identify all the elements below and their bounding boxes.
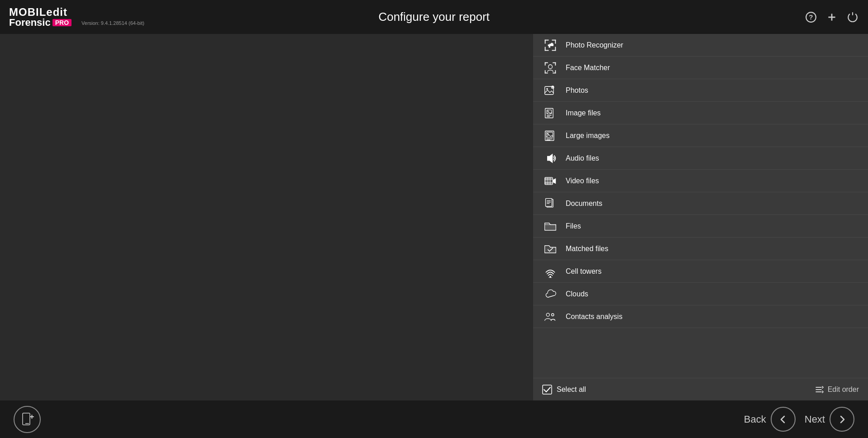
svg-rect-11 [555,47,556,51]
header-actions: ? [805,11,859,24]
face-matcher-label: Face Matcher [566,64,610,72]
contacts-analysis-icon [542,309,558,325]
svg-rect-14 [545,62,546,65]
large-images-label: Large images [566,132,610,140]
menu-item-audio-files[interactable]: Audio files [533,147,868,170]
svg-rect-9 [545,50,549,51]
svg-rect-22 [545,86,553,95]
edit-order-label: Edit order [828,386,859,394]
menu-item-files[interactable]: Files [533,215,868,238]
logo-area: MOBILedit Forensic PRO Version: 9.4.1.28… [9,7,144,28]
matched-files-icon [542,241,558,257]
logo-pro: PRO [52,19,72,26]
clouds-icon [542,286,558,302]
svg-rect-34 [546,138,553,139]
add-device-icon [19,411,35,428]
files-icon [542,218,558,234]
menu-item-image-files[interactable]: Image files [533,102,868,124]
menu-item-large-images[interactable]: Large images [533,124,868,147]
cell-towers-label: Cell towers [566,267,601,276]
menu-item-matched-files[interactable]: Matched files [533,238,868,260]
svg-point-23 [546,88,548,90]
face-matcher-icon [542,60,558,76]
photo-recognizer-label: Photo Recognizer [566,41,623,49]
back-label: Back [744,414,766,425]
back-arrow-icon [778,414,788,424]
menu-item-photo-recognizer[interactable]: Photo Recognizer [533,34,868,57]
power-icon[interactable] [846,11,859,24]
svg-text:?: ? [809,13,813,21]
menu-scroll-area[interactable]: Photo Recognizer [533,34,868,378]
page-title: Configure your report [378,10,490,24]
svg-rect-47 [547,203,549,204]
audio-files-label: Audio files [566,154,599,162]
logo-forensic: Forensic [9,18,51,28]
svg-rect-29 [547,115,552,115]
svg-rect-18 [545,72,548,73]
files-label: Files [566,222,581,230]
svg-point-21 [548,65,553,69]
main-content: Photo Recognizer [0,34,868,400]
matched-files-label: Matched files [566,245,608,253]
svg-rect-5 [545,39,546,43]
documents-icon [542,195,558,212]
image-files-icon [542,105,558,121]
select-all-button[interactable]: Select all [542,385,586,395]
svg-point-25 [552,86,553,88]
version-label: Version: 9.4.1.28514 (64-bit) [81,20,144,26]
footer-left [14,406,41,433]
back-button[interactable]: Back [744,407,796,432]
footer: Back Next [0,400,868,438]
next-button[interactable]: Next [805,407,854,432]
menu-item-contacts-analysis[interactable]: Contacts analysis [533,305,868,328]
contacts-analysis-label: Contacts analysis [566,313,622,321]
photos-icon [542,82,558,99]
header: MOBILedit Forensic PRO Version: 9.4.1.28… [0,0,868,34]
svg-rect-54 [23,413,30,425]
svg-point-33 [547,133,549,134]
select-all-icon [542,385,552,395]
svg-rect-35 [546,139,550,140]
photo-recognizer-icon [542,37,558,53]
photos-label: Photos [566,86,588,95]
svg-point-52 [552,314,554,316]
svg-point-51 [546,313,549,316]
svg-rect-46 [547,202,551,202]
clouds-label: Clouds [566,290,588,298]
large-images-icon [542,128,558,144]
menu-item-clouds[interactable]: Clouds [533,283,868,305]
select-all-label: Select all [557,386,586,394]
svg-rect-45 [547,200,551,201]
cell-towers-icon [542,263,558,280]
right-panel: Photo Recognizer [533,34,868,400]
audio-files-icon [542,150,558,167]
menu-item-face-matcher[interactable]: Face Matcher [533,57,868,79]
menu-item-video-files[interactable]: Video files [533,170,868,192]
edit-order-icon [815,385,824,394]
add-device-button[interactable] [14,406,41,433]
back-circle [771,407,796,432]
svg-rect-30 [547,116,550,117]
menu-item-photos[interactable]: Photos [533,79,868,102]
logo-text: MOBILedit Forensic PRO [9,7,72,28]
next-label: Next [805,414,825,425]
menu-item-cell-towers[interactable]: Cell towers [533,260,868,283]
edit-order-button[interactable]: Edit order [815,385,859,394]
help-icon[interactable]: ? [805,11,817,24]
footer-right: Back Next [744,407,854,432]
next-circle [830,407,854,432]
documents-label: Documents [566,200,602,208]
image-files-label: Image files [566,109,601,117]
svg-rect-20 [555,70,556,73]
video-files-label: Video files [566,177,599,185]
menu-item-documents[interactable]: Documents [533,192,868,215]
logo-mobil: MOBILedit [9,7,67,18]
video-files-icon [542,173,558,189]
add-icon[interactable] [825,11,838,24]
next-arrow-icon [837,414,847,424]
menu-list: Photo Recognizer [533,34,868,378]
menu-footer: Select all Edit order [533,378,868,400]
svg-rect-7 [555,39,556,43]
left-panel [0,34,533,400]
svg-rect-16 [555,62,556,65]
